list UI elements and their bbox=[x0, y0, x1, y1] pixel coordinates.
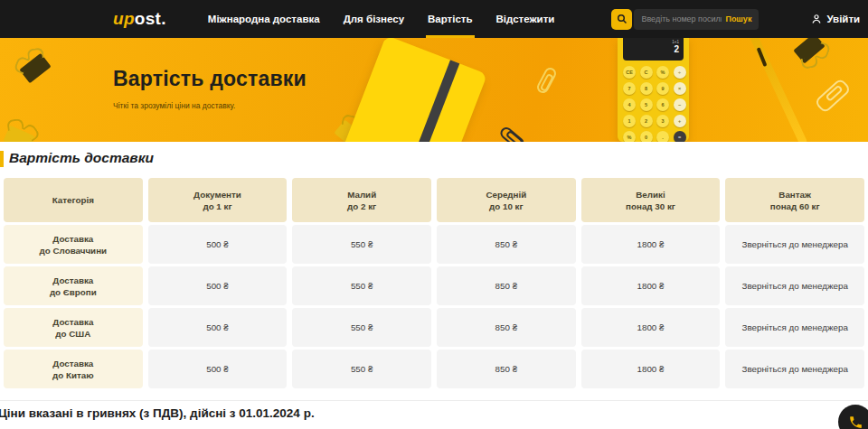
nav-item-international-delivery[interactable]: Міжнародна доставка bbox=[196, 0, 332, 38]
calculator-key[interactable]: × bbox=[674, 82, 686, 95]
column-header: Документи до 1 кг bbox=[148, 178, 288, 222]
column-header: Малий до 2 кг bbox=[292, 178, 431, 222]
logo-part-yellow: up bbox=[113, 9, 135, 28]
price-cell: 550 ₴ bbox=[292, 350, 431, 388]
category-cell: Доставка до США bbox=[4, 308, 143, 347]
phone-icon bbox=[848, 415, 863, 429]
price-cell: 550 ₴ bbox=[292, 266, 431, 305]
column-header: Категорія bbox=[4, 178, 143, 222]
logo-part-white: ost. bbox=[135, 9, 166, 28]
price-cell: Зверніться до менеджера bbox=[725, 225, 864, 264]
binder-clip-icon bbox=[793, 38, 825, 63]
price-cell: 500 ₴ bbox=[148, 266, 288, 305]
calculator-key[interactable]: 4 bbox=[623, 98, 636, 111]
section-title: Вартість доставки bbox=[0, 150, 868, 166]
user-icon bbox=[811, 14, 822, 24]
nav-item-tracking[interactable]: Відстежити bbox=[485, 0, 567, 38]
category-cell: Доставка до Європи bbox=[4, 266, 143, 305]
calculator-screen: 1+1 2 bbox=[623, 38, 684, 61]
binder-clip-icon bbox=[19, 53, 51, 83]
hero-text: Вартість доставки Чіткі та зрозумілі цін… bbox=[113, 67, 307, 110]
price-cell: 500 ₴ bbox=[148, 350, 288, 388]
price-cell: Зверніться до менеджера bbox=[725, 308, 864, 347]
calculator-key[interactable]: 5 bbox=[640, 98, 653, 111]
calculator-key[interactable]: 6 bbox=[656, 98, 669, 111]
notebook-band bbox=[403, 55, 462, 142]
calculator-key[interactable]: 7 bbox=[623, 82, 636, 95]
column-header: Великі понад 30 кг bbox=[581, 178, 721, 222]
hero-subtitle: Чіткі та зрозумілі ціни на доставку. bbox=[113, 101, 307, 110]
search-icon-button[interactable] bbox=[611, 9, 632, 30]
search-input[interactable] bbox=[641, 14, 722, 23]
paperclip-icon bbox=[535, 66, 559, 96]
upost-logo[interactable]: upost. bbox=[113, 9, 166, 29]
column-header: Середній до 10 кг bbox=[437, 178, 576, 222]
price-cell: 850 ₴ bbox=[437, 308, 576, 347]
price-cell: 500 ₴ bbox=[148, 225, 288, 264]
search-field: Пошук bbox=[634, 9, 759, 30]
calculator-key[interactable]: − bbox=[674, 98, 686, 111]
hero-title: Вартість доставки bbox=[113, 67, 307, 91]
price-cell: Зверніться до менеджера bbox=[725, 350, 864, 388]
login-button[interactable]: Увійти bbox=[811, 14, 860, 24]
nav-item-pricing[interactable]: Вартість bbox=[416, 0, 485, 38]
footer-divider bbox=[0, 400, 868, 401]
calculator-key[interactable]: ÷ bbox=[674, 66, 686, 79]
price-cell: 550 ₴ bbox=[292, 308, 431, 347]
calculator-key[interactable]: 2 bbox=[640, 115, 653, 127]
nav-item-for-business[interactable]: Для бізнесу bbox=[332, 0, 416, 38]
top-navbar: upost. Міжнародна доставкаДля бізнесуВар… bbox=[0, 0, 868, 38]
calculator-value: 2 bbox=[627, 44, 679, 54]
price-cell: 1800 ₴ bbox=[581, 308, 721, 347]
phone-fab-button[interactable] bbox=[838, 405, 868, 429]
login-label: Увійти bbox=[826, 14, 860, 24]
calculator-key[interactable]: % bbox=[623, 131, 636, 142]
price-cell: 500 ₴ bbox=[148, 308, 288, 347]
hero-banner: 1+1 2 CEC%÷789×456−123+%0.= Вартість дос… bbox=[0, 38, 868, 142]
price-cell: 1800 ₴ bbox=[581, 350, 721, 388]
price-cell: 1800 ₴ bbox=[581, 225, 721, 264]
paperclip-icon bbox=[498, 125, 526, 142]
search-submit-button[interactable]: Пошук bbox=[725, 14, 751, 23]
nav-items: Міжнародна доставкаДля бізнесуВартістьВі… bbox=[196, 0, 567, 38]
category-cell: Доставка до Словаччини bbox=[4, 225, 143, 264]
binder-clip-icon bbox=[3, 126, 34, 142]
calculator-key[interactable]: C bbox=[640, 66, 653, 79]
calculator-key[interactable]: . bbox=[656, 131, 669, 142]
paperclip-icon bbox=[814, 78, 852, 114]
calculator-icon: 1+1 2 CEC%÷789×456−123+%0.= bbox=[618, 38, 689, 142]
calculator-key[interactable]: 0 bbox=[640, 131, 653, 142]
notebook-icon bbox=[341, 38, 487, 142]
price-cell: 1800 ₴ bbox=[581, 266, 721, 305]
calculator-keys: CEC%÷789×456−123+%0.= bbox=[623, 66, 686, 142]
search-group: Пошук bbox=[611, 9, 759, 30]
price-cell: Зверніться до менеджера bbox=[725, 266, 864, 305]
calculator-key[interactable]: CE bbox=[623, 66, 636, 79]
price-cell: 850 ₴ bbox=[437, 225, 576, 264]
calculator-key[interactable]: % bbox=[656, 66, 669, 79]
footer-note: Ціни вказані в гривнях (з ПДВ), дійсні з… bbox=[0, 406, 315, 420]
price-cell: 550 ₴ bbox=[292, 225, 431, 264]
category-cell: Доставка до Китаю bbox=[4, 350, 143, 388]
calculator-key[interactable]: 1 bbox=[623, 115, 636, 127]
calculator-key[interactable]: 8 bbox=[640, 82, 653, 95]
calculator-key[interactable]: = bbox=[674, 131, 686, 142]
price-cell: 850 ₴ bbox=[437, 350, 576, 388]
price-cell: 850 ₴ bbox=[437, 266, 576, 305]
search-icon bbox=[617, 14, 627, 24]
calculator-key[interactable]: + bbox=[674, 115, 686, 127]
column-header: Вантаж понад 60 кг bbox=[725, 178, 864, 222]
calculator-key[interactable]: 3 bbox=[656, 115, 669, 127]
price-table: КатегоріяДокументи до 1 кгМалий до 2 кгС… bbox=[4, 178, 864, 388]
calculator-key[interactable]: 9 bbox=[656, 82, 669, 95]
